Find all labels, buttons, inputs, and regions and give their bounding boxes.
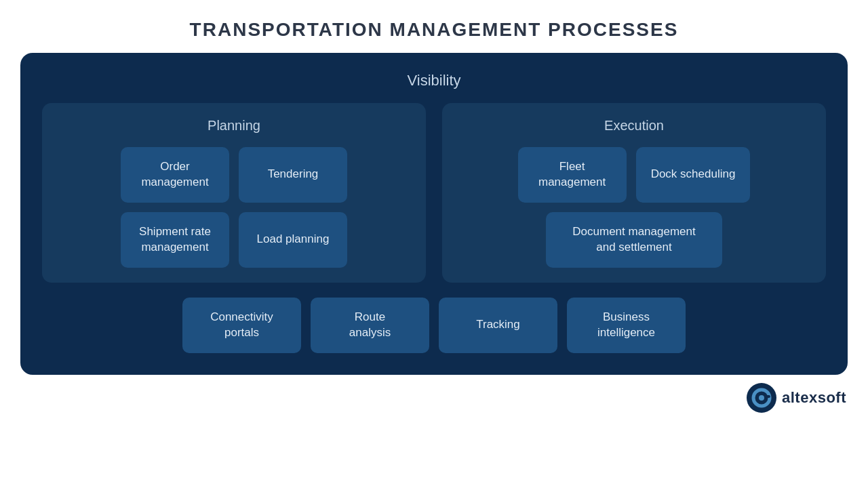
top-row: Planning Ordermanagement Tendering Shipm… [42, 103, 826, 283]
visibility-label: Visibility [407, 72, 460, 89]
tile-document-management: Document managementand settlement [546, 212, 722, 268]
planning-section: Planning Ordermanagement Tendering Shipm… [42, 103, 426, 283]
tile-dock-scheduling: Dock scheduling [636, 147, 751, 203]
main-container: Visibility Planning Ordermanagement Tend… [20, 53, 848, 375]
altexsoft-logo-icon [747, 383, 776, 413]
execution-label: Execution [457, 118, 811, 134]
page-title: TRANSPORTATION MANAGEMENT PROCESSES [190, 19, 679, 41]
planning-label: Planning [57, 118, 411, 134]
tile-tracking: Tracking [439, 298, 557, 353]
tile-fleet-management: Fleetmanagement [518, 147, 627, 203]
tile-shipment-rate-management: Shipment ratemanagement [121, 212, 229, 268]
tile-order-management: Ordermanagement [121, 147, 229, 203]
planning-row-1: Ordermanagement Tendering [57, 147, 411, 203]
svg-point-2 [759, 395, 764, 401]
bottom-row: Connectivityportals Routeanalysis Tracki… [42, 298, 826, 353]
planning-row-2: Shipment ratemanagement Load planning [57, 212, 411, 268]
tile-route-analysis: Routeanalysis [311, 298, 429, 353]
tile-connectivity-portals: Connectivityportals [182, 298, 301, 353]
tile-load-planning: Load planning [239, 212, 347, 268]
logo-area: altexsoft [747, 383, 846, 413]
tile-tendering: Tendering [239, 147, 347, 203]
tile-business-intelligence: Businessintelligence [567, 298, 686, 353]
logo-text: altexsoft [782, 389, 846, 407]
svg-rect-3 [766, 395, 770, 398]
execution-row-2: Document managementand settlement [457, 212, 811, 268]
footer: altexsoft [0, 375, 868, 413]
execution-section: Execution Fleetmanagement Dock schedulin… [442, 103, 826, 283]
execution-row-1: Fleetmanagement Dock scheduling [457, 147, 811, 203]
